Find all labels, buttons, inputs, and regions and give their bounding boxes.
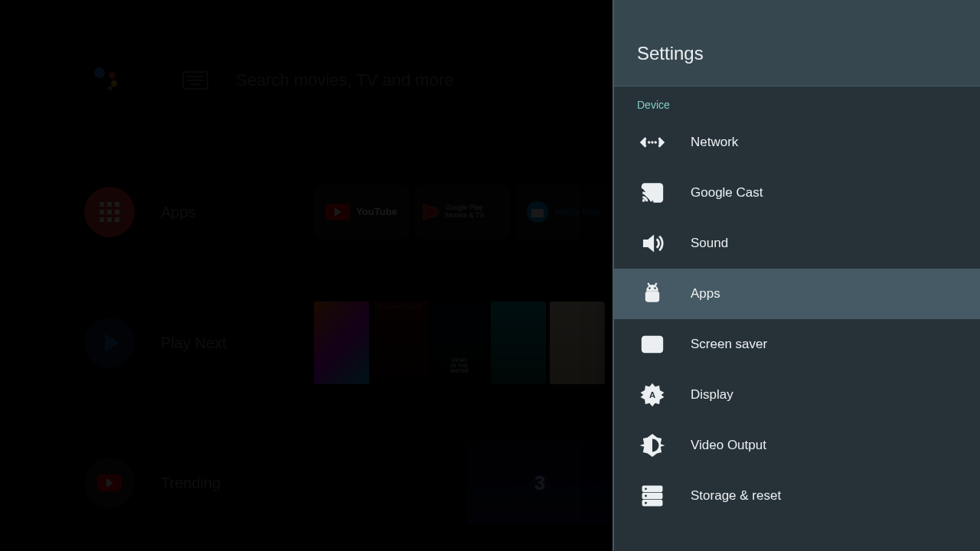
settings-item-display[interactable]: A Display (612, 370, 980, 420)
svg-point-0 (648, 141, 650, 143)
cast-icon (637, 178, 668, 208)
screensaver-icon (637, 329, 668, 360)
svg-text:A: A (649, 390, 655, 399)
display-icon: A (637, 380, 668, 410)
settings-item-apps[interactable]: Apps (612, 269, 980, 319)
settings-header: Settings (612, 0, 980, 86)
svg-line-5 (648, 283, 649, 286)
settings-item-label: Google Cast (691, 185, 763, 201)
svg-point-8 (654, 287, 656, 289)
settings-item-label: Display (691, 387, 733, 403)
svg-point-3 (642, 199, 645, 202)
settings-item-label: Apps (691, 286, 720, 302)
svg-point-1 (651, 141, 653, 143)
svg-point-2 (655, 141, 657, 143)
settings-menu: Network Google Cast Sound Apps (612, 117, 980, 551)
settings-item-storage-reset[interactable]: Storage & reset (612, 471, 980, 521)
svg-point-17 (645, 495, 647, 497)
settings-item-screen-saver[interactable]: Screen saver (612, 319, 980, 370)
svg-point-18 (645, 502, 647, 504)
brightness-icon (637, 430, 668, 461)
settings-item-label: Storage & reset (691, 488, 781, 504)
settings-item-network[interactable]: Network (612, 117, 980, 168)
svg-point-16 (645, 487, 647, 490)
sound-icon (637, 228, 668, 259)
svg-point-7 (648, 287, 651, 289)
screen: Search movies, TV and more Apps YouTube … (0, 0, 980, 551)
network-icon (637, 127, 668, 158)
android-icon (637, 279, 668, 309)
storage-icon (637, 481, 668, 511)
settings-section-label: Device (612, 86, 980, 117)
svg-line-6 (655, 283, 657, 286)
settings-item-google-cast[interactable]: Google Cast (612, 168, 980, 218)
svg-rect-4 (646, 292, 659, 302)
settings-item-video-output[interactable]: Video Output (612, 420, 980, 471)
settings-item-sound[interactable]: Sound (612, 218, 980, 269)
settings-item-label: Sound (691, 236, 728, 251)
settings-panel: Settings Device Network Google Cast Soun… (612, 0, 980, 551)
settings-item-label: Network (691, 135, 738, 150)
settings-item-label: Video Output (691, 438, 766, 453)
settings-item-label: Screen saver (691, 337, 767, 352)
